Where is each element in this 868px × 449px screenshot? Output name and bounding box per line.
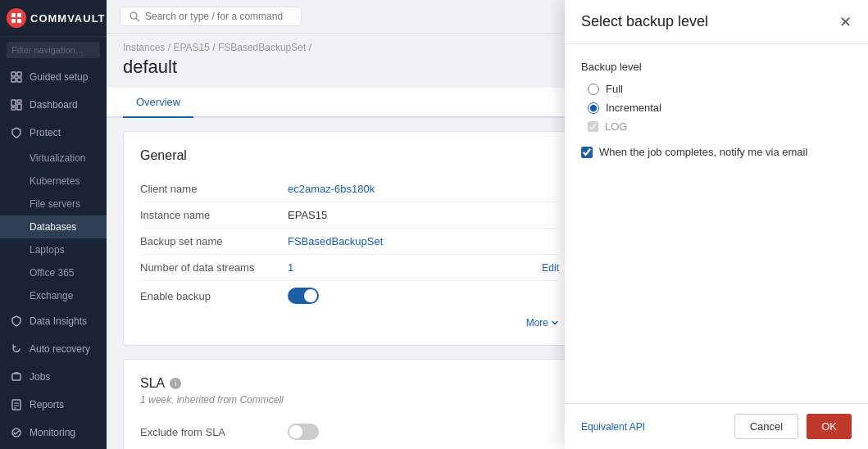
- app-logo: COMMVAULT: [7, 8, 106, 28]
- sidebar-item-databases[interactable]: Databases: [0, 215, 107, 238]
- virtualization-label: Virtualization: [30, 152, 85, 164]
- field-data-streams: Number of data streams 1 Edit: [140, 255, 559, 281]
- monitoring-label: Monitoring: [30, 427, 75, 438]
- svg-rect-2: [11, 19, 16, 23]
- field-backup-set-name: Backup set name FSBasedBackupSet: [140, 229, 559, 255]
- enable-backup-label: Enable backup: [140, 290, 288, 302]
- edit-streams-button[interactable]: Edit: [542, 262, 559, 274]
- dialog-footer: Equivalent API Cancel OK: [565, 403, 868, 449]
- instance-name-label: Instance name: [140, 209, 288, 221]
- sidebar-item-protect[interactable]: Protect: [0, 119, 107, 147]
- protect-label: Protect: [30, 127, 61, 138]
- exclude-sla-label: Exclude from SLA: [140, 426, 288, 438]
- data-streams-value[interactable]: 1: [288, 261, 535, 274]
- client-name-value[interactable]: ec2amaz-6bs180k: [288, 183, 559, 195]
- sidebar-item-office365[interactable]: Office 365: [0, 261, 107, 284]
- data-insights-icon: [10, 315, 23, 328]
- ok-button[interactable]: OK: [807, 414, 852, 439]
- filter-input[interactable]: [7, 42, 100, 58]
- backup-set-name-value[interactable]: FSBasedBackupSet: [288, 235, 559, 247]
- dashboard-label: Dashboard: [30, 99, 78, 111]
- svg-rect-12: [12, 374, 20, 380]
- sidebar-item-dashboard[interactable]: Dashboard: [0, 91, 107, 119]
- guided-setup-icon: [10, 70, 23, 84]
- svg-rect-1: [17, 13, 21, 17]
- sla-card-title: SLA: [140, 376, 165, 391]
- instance-name-value: EPAS15: [288, 209, 559, 221]
- sidebar-item-monitoring[interactable]: Monitoring: [0, 419, 107, 447]
- sidebar-item-laptops[interactable]: Laptops: [0, 238, 107, 261]
- notify-row: When the job completes, notify me via em…: [581, 146, 852, 158]
- data-insights-label: Data Insights: [30, 315, 87, 327]
- dialog-buttons: Cancel OK: [734, 414, 852, 439]
- svg-rect-8: [11, 100, 16, 106]
- sidebar-filter[interactable]: [0, 37, 107, 63]
- svg-rect-0: [11, 13, 16, 17]
- incremental-radio[interactable]: [588, 102, 599, 114]
- sla-card: SLA i 1 week, inherited from Commcell Ex…: [123, 359, 576, 449]
- breadcrumb-fsbasedbackupset[interactable]: FSBasedBackupSet: [218, 42, 306, 53]
- svg-line-21: [137, 19, 139, 21]
- office365-label: Office 365: [30, 267, 74, 279]
- chevron-down-icon: [551, 319, 559, 327]
- dialog-body: Backup level Full Incremental LOG When t…: [565, 44, 868, 403]
- tab-overview[interactable]: Overview: [123, 88, 193, 118]
- enable-backup-toggle[interactable]: [288, 288, 319, 304]
- sla-info-icon[interactable]: i: [170, 378, 181, 389]
- breadcrumb-instances[interactable]: Instances: [123, 42, 165, 53]
- sla-subtitle: 1 week, inherited from Commcell: [140, 394, 559, 406]
- field-instance-name: Instance name EPAS15: [140, 202, 559, 229]
- cancel-button[interactable]: Cancel: [734, 414, 798, 439]
- sidebar-item-auto-recovery[interactable]: Auto recovery: [0, 335, 107, 363]
- svg-rect-6: [11, 78, 16, 82]
- search-bar[interactable]: [120, 7, 302, 26]
- option-incremental[interactable]: Incremental: [588, 102, 852, 114]
- exchange-label: Exchange: [30, 290, 73, 302]
- svg-rect-5: [17, 72, 21, 76]
- equivalent-api-link[interactable]: Equivalent API: [581, 421, 645, 433]
- notify-checkbox[interactable]: [581, 147, 593, 158]
- sidebar-item-kubernetes[interactable]: Kubernetes: [0, 170, 107, 193]
- sidebar-item-virtualization[interactable]: Virtualization: [0, 147, 107, 170]
- option-full[interactable]: Full: [588, 83, 852, 95]
- more-button[interactable]: More: [140, 311, 559, 329]
- sidebar-item-file-servers[interactable]: File servers: [0, 193, 107, 215]
- auto-recovery-label: Auto recovery: [30, 343, 90, 355]
- sidebar-item-data-insights[interactable]: Data Insights: [0, 307, 107, 335]
- app-name: COMMVAULT: [30, 12, 106, 25]
- search-icon: [129, 11, 140, 22]
- sidebar-item-reports[interactable]: Reports: [0, 391, 107, 419]
- log-label: LOG: [605, 120, 627, 133]
- databases-label: Databases: [30, 221, 76, 233]
- sidebar-header: COMMVAULT: [0, 0, 107, 37]
- full-label: Full: [606, 83, 623, 95]
- svg-rect-7: [17, 78, 21, 82]
- log-option: LOG: [581, 120, 852, 133]
- notify-label: When the job completes, notify me via em…: [599, 146, 807, 158]
- field-enable-backup: Enable backup: [140, 281, 559, 311]
- sidebar-item-jobs[interactable]: Jobs: [0, 363, 107, 391]
- jobs-label: Jobs: [30, 371, 50, 383]
- reports-label: Reports: [30, 399, 64, 410]
- svg-rect-4: [11, 72, 16, 76]
- reports-icon: [10, 398, 23, 411]
- dashboard-icon: [10, 98, 23, 111]
- dialog-close-button[interactable]: ✕: [839, 15, 852, 29]
- general-card-title: General: [140, 148, 559, 163]
- file-servers-label: File servers: [30, 198, 80, 210]
- dialog-header: Select backup level ✕: [565, 0, 868, 44]
- breadcrumb-sep3: /: [309, 42, 311, 53]
- breadcrumb-epas15[interactable]: EPAS15: [173, 42, 209, 53]
- log-checkbox: [588, 121, 598, 132]
- dialog-title: Select backup level: [581, 13, 708, 30]
- sidebar-item-guided-setup[interactable]: Guided setup: [0, 63, 107, 91]
- backup-level-label: Backup level: [581, 61, 852, 73]
- sidebar-item-exchange[interactable]: Exchange: [0, 284, 107, 307]
- logo-icon: [7, 8, 26, 28]
- full-radio[interactable]: [588, 84, 599, 95]
- exclude-sla-toggle[interactable]: [288, 424, 319, 440]
- general-card: General Client name ec2amaz-6bs180k Inst…: [123, 131, 576, 346]
- search-input[interactable]: [145, 11, 293, 22]
- toggle-knob-sla: [289, 425, 302, 438]
- protect-icon: [10, 126, 23, 139]
